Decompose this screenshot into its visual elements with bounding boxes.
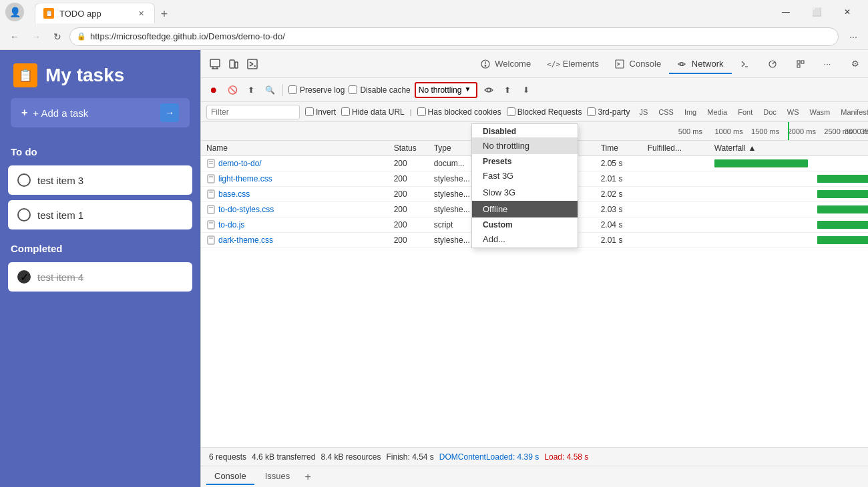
content-area: 📋 My tasks + + Add a task → To do test i… xyxy=(0,50,868,487)
tab-title: TODO app xyxy=(59,9,101,19)
third-party-checkbox[interactable] xyxy=(587,107,596,116)
more-button[interactable]: ··· xyxy=(844,27,863,46)
preserve-log-checkbox[interactable] xyxy=(288,85,297,94)
search-button[interactable]: 🔍 xyxy=(262,83,277,97)
inspect-element-button[interactable] xyxy=(206,55,224,73)
tab-welcome[interactable]: Welcome xyxy=(473,55,539,75)
col-waterfall: Waterfall ▲ xyxy=(714,143,868,153)
bottom-tab-add[interactable]: + xyxy=(300,470,315,484)
tab-console[interactable]: Console xyxy=(607,55,669,75)
cell-time-3: 2.02 s xyxy=(601,189,648,199)
filter-css[interactable]: CSS xyxy=(654,107,678,117)
dock-bottom-icon[interactable] xyxy=(864,468,868,486)
cell-time-2: 2.01 s xyxy=(601,174,648,183)
filter-img[interactable]: Img xyxy=(680,107,700,117)
separator-1 xyxy=(282,84,283,96)
tab-application[interactable] xyxy=(788,55,816,75)
cell-status-1: 200 xyxy=(394,159,434,168)
tab-elements-label: Elements xyxy=(563,59,599,69)
filter-js[interactable]: JS xyxy=(635,107,652,117)
fast3g-option[interactable]: Fast 3G xyxy=(472,167,578,184)
minimize-button[interactable]: — xyxy=(771,0,801,23)
load-time: Load: 4.58 s xyxy=(544,452,588,462)
add-option[interactable]: Add... xyxy=(472,231,578,248)
cell-status-5: 200 xyxy=(394,220,434,229)
settings-icon[interactable]: ⚙ xyxy=(847,55,864,73)
bottom-tab-console[interactable]: Console xyxy=(206,468,254,485)
back-button[interactable]: ← xyxy=(5,27,24,46)
add-task-button[interactable]: + + Add a task → xyxy=(11,98,190,127)
svg-rect-5 xyxy=(235,62,238,68)
invert-label: Invert xyxy=(305,107,336,117)
offline-option[interactable]: Offline xyxy=(472,201,578,217)
filter-font[interactable]: Font xyxy=(734,107,756,117)
maximize-button[interactable]: ⬜ xyxy=(801,0,832,23)
svg-line-15 xyxy=(617,64,620,65)
address-bar[interactable]: 🔒 https://microsoftedge.github.io/Demos/… xyxy=(69,27,839,46)
forward-button[interactable]: → xyxy=(27,27,45,46)
tab-close-button[interactable]: ✕ xyxy=(136,8,146,19)
active-tab[interactable]: 📋 TODO app ✕ xyxy=(35,3,155,24)
online-icon[interactable] xyxy=(481,83,496,97)
disable-cache-checkbox[interactable] xyxy=(349,85,357,94)
task-checkbox-4[interactable]: ✓ xyxy=(17,270,31,284)
close-button[interactable]: ✕ xyxy=(832,0,863,23)
blocked-requests-text: Blocked Requests xyxy=(517,107,582,117)
bottom-tab-issues[interactable]: Issues xyxy=(257,468,298,485)
task-item-1[interactable]: test item 1 xyxy=(8,200,192,229)
tab-network-label: Network xyxy=(692,59,724,69)
svg-point-23 xyxy=(487,88,491,91)
hide-data-url-checkbox[interactable] xyxy=(341,107,350,116)
presets-section-header: Presets xyxy=(472,154,578,167)
refresh-button[interactable]: ↻ xyxy=(48,27,67,46)
cell-name-6: dark-theme.css xyxy=(206,235,394,245)
filter-manifest[interactable]: Manifest xyxy=(837,107,868,117)
filter-input[interactable] xyxy=(206,105,300,119)
filter-wasm[interactable]: Wasm xyxy=(806,107,835,117)
throttle-dropdown-menu[interactable]: Disabled No throttling Presets Fast 3G S… xyxy=(471,123,578,248)
invert-checkbox[interactable] xyxy=(305,107,314,116)
invert-text: Invert xyxy=(316,107,336,117)
add-icon: + xyxy=(21,107,27,119)
blocked-cookies-checkbox[interactable] xyxy=(417,107,426,116)
task-item-4[interactable]: ✓ test item 4 xyxy=(8,262,192,292)
console-btn[interactable] xyxy=(244,55,261,73)
upload-icon[interactable]: ⬆ xyxy=(500,83,515,97)
task-checkbox-3[interactable] xyxy=(17,173,31,187)
clear-button[interactable]: 🚫 xyxy=(225,83,240,97)
profile-icon[interactable]: 👤 xyxy=(5,3,24,21)
cell-status-4: 200 xyxy=(394,205,434,214)
throttle-select[interactable]: No throttling ▼ xyxy=(415,82,478,98)
tab-elements[interactable]: </> Elements xyxy=(539,55,607,74)
tab-more[interactable]: ··· xyxy=(816,55,839,74)
download-icon[interactable]: ⬇ xyxy=(519,83,533,97)
filter-ws[interactable]: WS xyxy=(783,107,803,117)
cell-waterfall-4 xyxy=(714,204,868,215)
no-throttling-option[interactable]: No throttling xyxy=(472,137,578,154)
filter-media[interactable]: Media xyxy=(703,107,731,117)
task-checkbox-1[interactable] xyxy=(17,208,31,221)
svg-rect-33 xyxy=(208,221,214,229)
browser-frame: 👤 📋 TODO app ✕ + — ⬜ ✕ ← → ↻ 🔒 https://m… xyxy=(0,0,868,487)
blocked-requests-checkbox[interactable] xyxy=(507,107,515,116)
tab-performance[interactable] xyxy=(760,55,788,75)
col-status: Status xyxy=(394,143,434,153)
tab-network[interactable]: Network xyxy=(669,55,731,75)
record-button[interactable]: ⏺ xyxy=(206,83,221,97)
new-tab-button[interactable]: + xyxy=(155,5,174,24)
cell-name-5: to-do.js xyxy=(206,220,394,229)
fetch-xhr-button[interactable]: ⬆ xyxy=(244,83,258,97)
device-toolbar-button[interactable] xyxy=(225,55,242,73)
nav-bar: ← → ↻ 🔒 https://microsoftedge.github.io/… xyxy=(0,23,868,50)
help-icon[interactable]: ? xyxy=(865,55,868,73)
tab-sources[interactable] xyxy=(732,55,760,75)
cell-time-4: 2.03 s xyxy=(601,205,648,214)
task-item-3[interactable]: test item 3 xyxy=(8,165,192,195)
todo-header: 📋 My tasks xyxy=(0,50,200,98)
cell-status-2: 200 xyxy=(394,174,434,183)
waterfall-sort-icon: ▲ xyxy=(748,143,756,153)
slow3g-option[interactable]: Slow 3G xyxy=(472,184,578,201)
col-name: Name xyxy=(206,143,394,153)
filter-doc[interactable]: Doc xyxy=(759,107,781,117)
bottom-icons-right xyxy=(864,468,868,486)
